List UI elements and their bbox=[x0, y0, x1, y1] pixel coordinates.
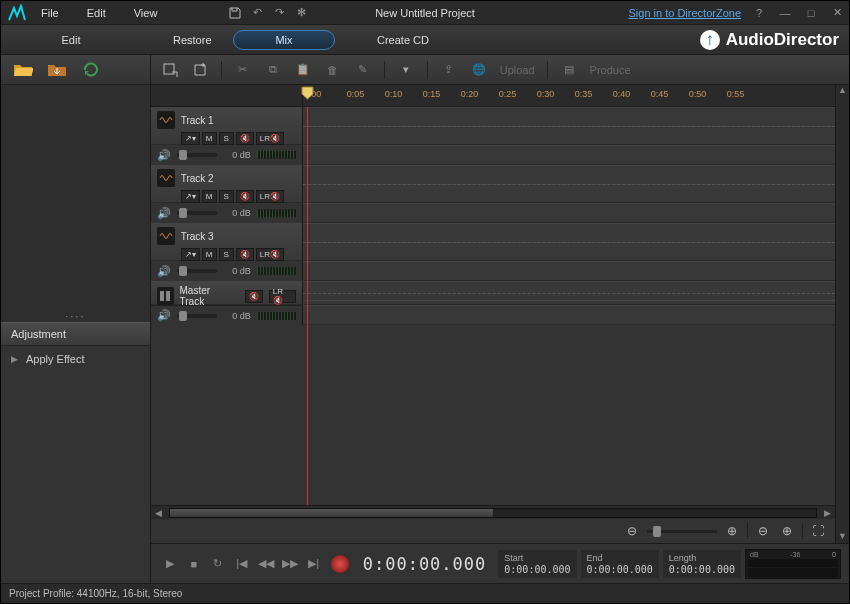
save-icon[interactable] bbox=[227, 5, 243, 21]
speaker-icon[interactable]: 🔇 bbox=[236, 190, 254, 203]
volume-icon[interactable]: 🔊 bbox=[157, 265, 171, 278]
share-icon[interactable]: ⇪ bbox=[440, 61, 458, 79]
track-lane[interactable] bbox=[303, 305, 835, 324]
volume-slider[interactable] bbox=[177, 153, 217, 157]
lr-button[interactable]: LR🔇 bbox=[256, 132, 284, 145]
mute-button[interactable]: M bbox=[202, 190, 217, 203]
delete-icon[interactable]: 🗑 bbox=[324, 61, 342, 79]
web-icon[interactable]: 🌐 bbox=[470, 61, 488, 79]
tab-create-cd[interactable]: Create CD bbox=[363, 25, 443, 55]
automation-icon[interactable]: ↗▾ bbox=[181, 132, 200, 145]
mute-button[interactable]: M bbox=[202, 132, 217, 145]
goto-end-button[interactable]: ▶| bbox=[303, 553, 325, 575]
track-lane[interactable] bbox=[303, 203, 835, 222]
rewind-button[interactable]: ◀◀ bbox=[255, 553, 277, 575]
ruler-tick: 0:45 bbox=[651, 89, 669, 99]
solo-button[interactable]: S bbox=[219, 248, 234, 261]
menu-file[interactable]: File bbox=[37, 5, 63, 21]
track-meter bbox=[257, 209, 296, 217]
track-lane[interactable] bbox=[303, 281, 835, 304]
chevron-right-icon: ▶ bbox=[11, 354, 18, 364]
edit-icon[interactable]: ✎ bbox=[354, 61, 372, 79]
zoom-slider[interactable] bbox=[647, 530, 717, 533]
menu-edit[interactable]: Edit bbox=[83, 5, 110, 21]
tab-mix[interactable]: Mix bbox=[233, 30, 335, 50]
redo-icon[interactable]: ↷ bbox=[271, 5, 287, 21]
track-lane[interactable] bbox=[303, 145, 835, 164]
track-volume: 🔊 0 dB bbox=[151, 145, 835, 165]
level-meter: dB -36 0 bbox=[745, 549, 841, 579]
maximize-icon[interactable]: □ bbox=[803, 5, 819, 21]
marker-icon[interactable]: ▾ bbox=[397, 61, 415, 79]
import-folder-icon[interactable] bbox=[47, 62, 67, 78]
apply-effect-row[interactable]: ▶ Apply Effect bbox=[1, 346, 150, 372]
volume-slider[interactable] bbox=[177, 314, 217, 318]
speaker-icon[interactable]: 🔇 bbox=[245, 290, 262, 303]
zoom-in-h-icon[interactable]: ⊕ bbox=[723, 522, 741, 540]
vertical-scrollbar[interactable]: ▲ ▼ bbox=[835, 85, 849, 543]
volume-slider[interactable] bbox=[177, 269, 217, 273]
track-lane[interactable] bbox=[303, 107, 835, 144]
volume-slider[interactable] bbox=[177, 211, 217, 215]
speaker-icon[interactable]: 🔇 bbox=[236, 132, 254, 145]
zoom-out-h-icon[interactable]: ⊖ bbox=[623, 522, 641, 540]
add-clip-icon[interactable] bbox=[161, 61, 179, 79]
mute-button[interactable]: M bbox=[202, 248, 217, 261]
produce-button[interactable]: Produce bbox=[590, 64, 631, 76]
play-button[interactable]: ▶ bbox=[159, 553, 181, 575]
solo-button[interactable]: S bbox=[219, 132, 234, 145]
undo-icon[interactable]: ↶ bbox=[249, 5, 265, 21]
track-header: Master Track 🔇 LR🔇 bbox=[151, 281, 303, 304]
horizontal-scrollbar[interactable]: ◀ ▶ bbox=[151, 505, 835, 519]
speaker-icon[interactable]: 🔇 bbox=[236, 248, 254, 261]
loop-button[interactable]: ↻ bbox=[207, 553, 229, 575]
volume-icon[interactable]: 🔊 bbox=[157, 309, 171, 322]
time-ruler[interactable]: :000:050:100:150:200:250:300:350:400:450… bbox=[151, 85, 835, 107]
refresh-icon[interactable] bbox=[81, 62, 101, 78]
track-lane[interactable] bbox=[303, 261, 835, 280]
volume-icon[interactable]: 🔊 bbox=[157, 149, 171, 162]
track-name-label[interactable]: Track 2 bbox=[181, 173, 214, 184]
produce-icon[interactable]: ▤ bbox=[560, 61, 578, 79]
svg-rect-1 bbox=[160, 291, 164, 301]
playhead-marker[interactable] bbox=[301, 86, 314, 100]
stop-button[interactable]: ■ bbox=[183, 553, 205, 575]
forward-button[interactable]: ▶▶ bbox=[279, 553, 301, 575]
zoom-in-v-icon[interactable]: ⊕ bbox=[778, 522, 796, 540]
minimize-icon[interactable]: — bbox=[777, 5, 793, 21]
signin-link[interactable]: Sign in to DirectorZone bbox=[629, 7, 742, 19]
copy-icon[interactable]: ⧉ bbox=[264, 61, 282, 79]
resize-grip[interactable]: ···· bbox=[65, 310, 85, 322]
track-name-label[interactable]: Master Track bbox=[180, 285, 234, 307]
settings-icon[interactable]: ✻ bbox=[293, 5, 309, 21]
close-icon[interactable]: ✕ bbox=[829, 5, 845, 21]
tab-restore[interactable]: Restore bbox=[159, 25, 229, 55]
cut-icon[interactable]: ✂ bbox=[234, 61, 252, 79]
adjustment-header[interactable]: Adjustment bbox=[1, 322, 150, 346]
tab-edit[interactable]: Edit bbox=[1, 25, 141, 55]
paste-icon[interactable]: 📋 bbox=[294, 61, 312, 79]
library-toolbar bbox=[1, 55, 150, 85]
fit-icon[interactable]: ⛶ bbox=[809, 522, 827, 540]
lr-button[interactable]: LR🔇 bbox=[256, 190, 284, 203]
help-icon[interactable]: ? bbox=[751, 5, 767, 21]
goto-start-button[interactable]: |◀ bbox=[231, 553, 253, 575]
timeline-toolbar: ✂ ⧉ 📋 🗑 ✎ ▾ ⇪ 🌐 Upload ▤ Produce bbox=[151, 55, 849, 85]
volume-icon[interactable]: 🔊 bbox=[157, 207, 171, 220]
solo-button[interactable]: S bbox=[219, 190, 234, 203]
track-lane[interactable] bbox=[303, 223, 835, 260]
track-lane[interactable] bbox=[303, 165, 835, 202]
track-name-label[interactable]: Track 3 bbox=[181, 231, 214, 242]
add-track-icon[interactable] bbox=[191, 61, 209, 79]
record-button[interactable] bbox=[329, 553, 351, 575]
automation-icon[interactable]: ↗▾ bbox=[181, 190, 200, 203]
lr-button[interactable]: LR🔇 bbox=[256, 248, 284, 261]
automation-icon[interactable]: ↗▾ bbox=[181, 248, 200, 261]
upload-button[interactable]: Upload bbox=[500, 64, 535, 76]
zoom-out-v-icon[interactable]: ⊖ bbox=[754, 522, 772, 540]
track-volume: 🔊 0 dB bbox=[151, 261, 835, 281]
menu-view[interactable]: View bbox=[130, 5, 162, 21]
open-folder-icon[interactable] bbox=[13, 62, 33, 78]
track-name-label[interactable]: Track 1 bbox=[181, 115, 214, 126]
lr-button[interactable]: LR🔇 bbox=[269, 290, 296, 303]
